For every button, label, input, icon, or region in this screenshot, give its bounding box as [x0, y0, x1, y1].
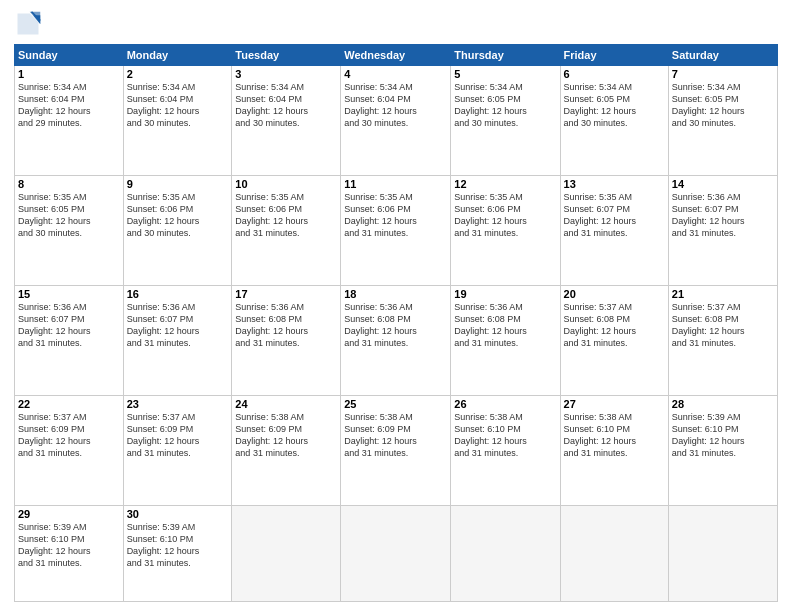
day-cell-28: 28Sunrise: 5:39 AMSunset: 6:10 PMDayligh… — [668, 395, 777, 505]
day-info: Sunrise: 5:35 AMSunset: 6:07 PMDaylight:… — [564, 191, 665, 240]
day-info: Sunrise: 5:35 AMSunset: 6:05 PMDaylight:… — [18, 191, 120, 240]
day-cell-11: 11Sunrise: 5:35 AMSunset: 6:06 PMDayligh… — [341, 175, 451, 285]
day-info: Sunrise: 5:34 AMSunset: 6:04 PMDaylight:… — [344, 81, 447, 130]
logo-icon — [14, 10, 42, 38]
day-number: 2 — [127, 68, 229, 80]
day-number: 20 — [564, 288, 665, 300]
day-cell-8: 8Sunrise: 5:35 AMSunset: 6:05 PMDaylight… — [15, 175, 124, 285]
day-cell-24: 24Sunrise: 5:38 AMSunset: 6:09 PMDayligh… — [232, 395, 341, 505]
day-info: Sunrise: 5:37 AMSunset: 6:08 PMDaylight:… — [564, 301, 665, 350]
day-info: Sunrise: 5:34 AMSunset: 6:04 PMDaylight:… — [127, 81, 229, 130]
day-cell-14: 14Sunrise: 5:36 AMSunset: 6:07 PMDayligh… — [668, 175, 777, 285]
empty-cell — [341, 505, 451, 601]
day-cell-26: 26Sunrise: 5:38 AMSunset: 6:10 PMDayligh… — [451, 395, 560, 505]
day-cell-25: 25Sunrise: 5:38 AMSunset: 6:09 PMDayligh… — [341, 395, 451, 505]
weekday-header-thursday: Thursday — [451, 45, 560, 66]
day-cell-9: 9Sunrise: 5:35 AMSunset: 6:06 PMDaylight… — [123, 175, 232, 285]
header — [14, 10, 778, 38]
day-number: 17 — [235, 288, 337, 300]
day-cell-22: 22Sunrise: 5:37 AMSunset: 6:09 PMDayligh… — [15, 395, 124, 505]
day-number: 15 — [18, 288, 120, 300]
day-info: Sunrise: 5:37 AMSunset: 6:09 PMDaylight:… — [127, 411, 229, 460]
week-row-3: 15Sunrise: 5:36 AMSunset: 6:07 PMDayligh… — [15, 285, 778, 395]
weekday-header-sunday: Sunday — [15, 45, 124, 66]
day-info: Sunrise: 5:34 AMSunset: 6:04 PMDaylight:… — [18, 81, 120, 130]
day-number: 29 — [18, 508, 120, 520]
day-info: Sunrise: 5:38 AMSunset: 6:10 PMDaylight:… — [564, 411, 665, 460]
day-info: Sunrise: 5:38 AMSunset: 6:10 PMDaylight:… — [454, 411, 556, 460]
day-info: Sunrise: 5:39 AMSunset: 6:10 PMDaylight:… — [18, 521, 120, 570]
day-info: Sunrise: 5:38 AMSunset: 6:09 PMDaylight:… — [344, 411, 447, 460]
day-cell-3: 3Sunrise: 5:34 AMSunset: 6:04 PMDaylight… — [232, 66, 341, 176]
day-number: 25 — [344, 398, 447, 410]
day-number: 28 — [672, 398, 774, 410]
week-row-5: 29Sunrise: 5:39 AMSunset: 6:10 PMDayligh… — [15, 505, 778, 601]
day-number: 12 — [454, 178, 556, 190]
day-number: 21 — [672, 288, 774, 300]
day-cell-7: 7Sunrise: 5:34 AMSunset: 6:05 PMDaylight… — [668, 66, 777, 176]
day-number: 22 — [18, 398, 120, 410]
empty-cell — [560, 505, 668, 601]
day-number: 16 — [127, 288, 229, 300]
day-number: 26 — [454, 398, 556, 410]
week-row-4: 22Sunrise: 5:37 AMSunset: 6:09 PMDayligh… — [15, 395, 778, 505]
day-cell-19: 19Sunrise: 5:36 AMSunset: 6:08 PMDayligh… — [451, 285, 560, 395]
day-info: Sunrise: 5:36 AMSunset: 6:07 PMDaylight:… — [672, 191, 774, 240]
calendar-table: SundayMondayTuesdayWednesdayThursdayFrid… — [14, 44, 778, 602]
day-info: Sunrise: 5:34 AMSunset: 6:05 PMDaylight:… — [564, 81, 665, 130]
week-row-1: 1Sunrise: 5:34 AMSunset: 6:04 PMDaylight… — [15, 66, 778, 176]
day-cell-21: 21Sunrise: 5:37 AMSunset: 6:08 PMDayligh… — [668, 285, 777, 395]
day-number: 14 — [672, 178, 774, 190]
day-number: 8 — [18, 178, 120, 190]
day-number: 3 — [235, 68, 337, 80]
day-number: 27 — [564, 398, 665, 410]
empty-cell — [451, 505, 560, 601]
day-number: 23 — [127, 398, 229, 410]
weekday-header-row: SundayMondayTuesdayWednesdayThursdayFrid… — [15, 45, 778, 66]
empty-cell — [232, 505, 341, 601]
day-cell-6: 6Sunrise: 5:34 AMSunset: 6:05 PMDaylight… — [560, 66, 668, 176]
week-row-2: 8Sunrise: 5:35 AMSunset: 6:05 PMDaylight… — [15, 175, 778, 285]
day-number: 10 — [235, 178, 337, 190]
weekday-header-monday: Monday — [123, 45, 232, 66]
day-number: 7 — [672, 68, 774, 80]
day-cell-17: 17Sunrise: 5:36 AMSunset: 6:08 PMDayligh… — [232, 285, 341, 395]
weekday-header-tuesday: Tuesday — [232, 45, 341, 66]
day-cell-13: 13Sunrise: 5:35 AMSunset: 6:07 PMDayligh… — [560, 175, 668, 285]
day-cell-27: 27Sunrise: 5:38 AMSunset: 6:10 PMDayligh… — [560, 395, 668, 505]
day-info: Sunrise: 5:36 AMSunset: 6:08 PMDaylight:… — [235, 301, 337, 350]
weekday-header-saturday: Saturday — [668, 45, 777, 66]
day-cell-1: 1Sunrise: 5:34 AMSunset: 6:04 PMDaylight… — [15, 66, 124, 176]
empty-cell — [668, 505, 777, 601]
day-info: Sunrise: 5:39 AMSunset: 6:10 PMDaylight:… — [127, 521, 229, 570]
day-number: 6 — [564, 68, 665, 80]
day-info: Sunrise: 5:34 AMSunset: 6:05 PMDaylight:… — [454, 81, 556, 130]
day-info: Sunrise: 5:37 AMSunset: 6:08 PMDaylight:… — [672, 301, 774, 350]
day-info: Sunrise: 5:35 AMSunset: 6:06 PMDaylight:… — [454, 191, 556, 240]
day-info: Sunrise: 5:34 AMSunset: 6:04 PMDaylight:… — [235, 81, 337, 130]
day-number: 24 — [235, 398, 337, 410]
day-info: Sunrise: 5:35 AMSunset: 6:06 PMDaylight:… — [127, 191, 229, 240]
day-cell-4: 4Sunrise: 5:34 AMSunset: 6:04 PMDaylight… — [341, 66, 451, 176]
day-number: 5 — [454, 68, 556, 80]
day-number: 13 — [564, 178, 665, 190]
day-info: Sunrise: 5:39 AMSunset: 6:10 PMDaylight:… — [672, 411, 774, 460]
day-number: 19 — [454, 288, 556, 300]
day-cell-15: 15Sunrise: 5:36 AMSunset: 6:07 PMDayligh… — [15, 285, 124, 395]
day-cell-16: 16Sunrise: 5:36 AMSunset: 6:07 PMDayligh… — [123, 285, 232, 395]
day-cell-23: 23Sunrise: 5:37 AMSunset: 6:09 PMDayligh… — [123, 395, 232, 505]
day-cell-12: 12Sunrise: 5:35 AMSunset: 6:06 PMDayligh… — [451, 175, 560, 285]
day-number: 1 — [18, 68, 120, 80]
day-info: Sunrise: 5:35 AMSunset: 6:06 PMDaylight:… — [235, 191, 337, 240]
day-cell-20: 20Sunrise: 5:37 AMSunset: 6:08 PMDayligh… — [560, 285, 668, 395]
day-number: 4 — [344, 68, 447, 80]
logo — [14, 10, 46, 38]
day-cell-30: 30Sunrise: 5:39 AMSunset: 6:10 PMDayligh… — [123, 505, 232, 601]
day-info: Sunrise: 5:36 AMSunset: 6:07 PMDaylight:… — [18, 301, 120, 350]
day-info: Sunrise: 5:35 AMSunset: 6:06 PMDaylight:… — [344, 191, 447, 240]
weekday-header-wednesday: Wednesday — [341, 45, 451, 66]
day-cell-29: 29Sunrise: 5:39 AMSunset: 6:10 PMDayligh… — [15, 505, 124, 601]
day-info: Sunrise: 5:38 AMSunset: 6:09 PMDaylight:… — [235, 411, 337, 460]
day-cell-10: 10Sunrise: 5:35 AMSunset: 6:06 PMDayligh… — [232, 175, 341, 285]
day-number: 18 — [344, 288, 447, 300]
